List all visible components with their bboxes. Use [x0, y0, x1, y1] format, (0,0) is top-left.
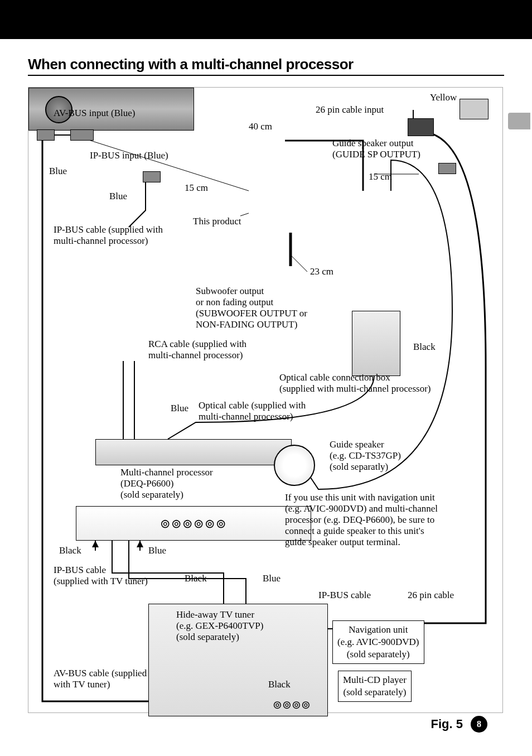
label-note5: guide speaker output terminal. [285, 537, 463, 548]
label-optbox1: Optical cable connection box [279, 372, 390, 383]
label-tv3: (sold separately) [176, 632, 239, 643]
label-mcp2: (DEQ-P6600) [120, 478, 173, 489]
guide-speaker-device [274, 445, 315, 486]
nav3: (sold separately) [347, 649, 410, 659]
page-number: 8 [471, 716, 487, 733]
label-23cm: 23 cm [310, 266, 333, 277]
label-avbus-tv2: with TV tuner) [54, 679, 110, 690]
label-guide-out1: Guide speaker output [332, 138, 413, 149]
label-black1: Black [413, 341, 436, 353]
box-navigation-unit: Navigation unit (e.g. AVIC-900DVD) (sold… [332, 620, 424, 664]
label-15cm-a: 15 cm [185, 182, 208, 194]
label-gspk3: (sold separatly) [330, 461, 388, 473]
connector-icon [37, 129, 55, 141]
cd1: Multi-CD player [343, 675, 407, 685]
processor-front-view [76, 506, 311, 541]
label-rca2: multi-channel processor) [148, 350, 243, 361]
label-blue4: Blue [148, 545, 166, 556]
label-gspk2: (e.g. CD-TS37GP) [330, 450, 401, 461]
label-guide-out2: (GUIDE SP OUTPUT) [332, 149, 420, 160]
label-ipbustv1: IP-BUS cable [54, 565, 106, 576]
label-subout4: NON-FADING OUTPUT) [196, 319, 297, 330]
label-blue2: Blue [109, 191, 127, 202]
nav2: (e.g. AVIC-900DVD) [337, 637, 419, 647]
label-subout1: Subwoofer output [196, 286, 264, 297]
cd2: (sold separately) [343, 687, 406, 697]
processor-rear-view [95, 439, 292, 465]
label-note1: If you use this unit with navigation uni… [285, 492, 463, 503]
label-black4: Black [268, 679, 291, 690]
label-optcable1: Optical cable (supplied with [199, 400, 306, 411]
label-ipbus-mcp1: IP-BUS cable (supplied with [54, 224, 163, 235]
label-ipbus-mcp2: multi-channel processor) [54, 235, 148, 247]
label-note4: connect a guide speaker to this unit's [285, 526, 463, 537]
label-avbus-input: AV-BUS input (Blue) [54, 108, 135, 119]
label-rca1: RCA cable (supplied with [148, 339, 246, 350]
label-ipbus-input: IP-BUS input (Blue) [90, 150, 168, 161]
yellow-connector-icon [408, 118, 434, 136]
label-subout2: or non fading output [196, 297, 273, 308]
label-mcp3: (sold separately) [120, 489, 183, 500]
label-26pin-cable: 26 pin cable [408, 590, 454, 601]
connector-icon [70, 129, 94, 141]
connector-icon [438, 163, 456, 174]
label-blue3: Blue [171, 403, 188, 414]
label-15cm-b: 15 cm [369, 171, 392, 182]
label-26pin-input: 26 pin cable input [316, 104, 384, 115]
optical-connection-box [352, 311, 400, 376]
label-avbus-tv1: AV-BUS cable (supplied [54, 668, 147, 679]
label-optcable2: multi-channel processor) [199, 411, 293, 422]
wiring-diagram: Yellow 26 pin cable input 40 cm AV-BUS i… [28, 87, 503, 713]
label-ipbus-short: IP-BUS cable [318, 590, 371, 601]
page-side-tab [508, 113, 530, 129]
label-mcp1: Multi-channel processor [120, 467, 213, 478]
label-gspk1: Guide speaker [330, 439, 384, 450]
label-subout3: (SUBWOOFER OUTPUT or [196, 308, 307, 319]
label-note2: (e.g. AVIC-900DVD) and multi-channel [285, 503, 463, 514]
label-ipbustv2: (supplied with TV tuner) [54, 576, 148, 587]
label-optbox2: (supplied with multi-channel processor) [279, 383, 431, 394]
label-blue5: Blue [263, 573, 280, 584]
figure-label: Fig. 5 [431, 717, 463, 731]
label-this-product: This product [193, 216, 241, 227]
section-title: When connecting with a multi-channel pro… [28, 56, 504, 76]
connector-icon [143, 171, 161, 182]
label-yellow: Yellow [430, 92, 457, 103]
header-black-bar [0, 0, 532, 39]
label-black2: Black [59, 545, 81, 556]
label-40cm: 40 cm [249, 121, 272, 132]
box-multi-cd-player: Multi-CD player (sold separately) [338, 671, 412, 702]
label-blue1: Blue [49, 166, 67, 177]
label-tv1: Hide-away TV tuner [176, 609, 254, 620]
label-note3: processor (e.g. DEQ-P6600), be sure to [285, 514, 463, 526]
nav1: Navigation unit [349, 624, 408, 635]
label-tv2: (e.g. GEX-P6400TVP) [176, 620, 263, 632]
label-black3: Black [185, 573, 207, 584]
